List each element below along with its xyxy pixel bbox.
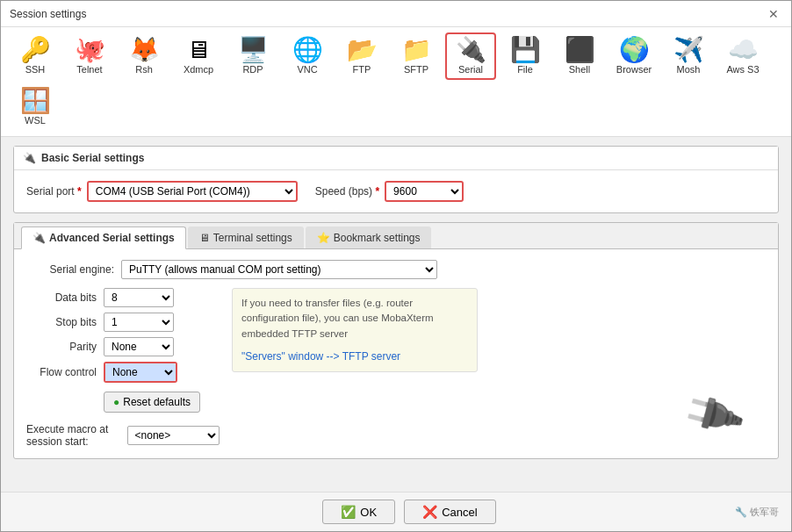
stop-bits-select[interactable]: 1 1.5 2	[104, 313, 174, 332]
cancel-button[interactable]: ❌ Cancel	[404, 500, 495, 524]
watermark: 🔧 铁军哥	[735, 506, 779, 519]
mosh-label: Mosh	[677, 64, 701, 75]
info-box: If you need to transfer files (e.g. rout…	[232, 288, 478, 372]
reset-label: Reset defaults	[123, 396, 191, 408]
basic-serial-body: Serial port * COM4 (USB Serial Port (COM…	[14, 170, 778, 212]
ok-button[interactable]: ✅ OK	[322, 500, 395, 524]
tab-bookmark-settings[interactable]: ⭐ Bookmark settings	[306, 226, 432, 248]
data-bits-select[interactable]: 8 5 6 7	[104, 288, 174, 307]
session-type-awss3[interactable]: ☁️ Aws S3	[717, 32, 768, 80]
ok-icon: ✅	[341, 505, 356, 519]
vnc-label: VNC	[297, 64, 317, 75]
bottom-buttons: ✅ OK ❌ Cancel	[83, 500, 735, 524]
advanced-serial-panel: 🔌 Advanced Serial settings 🖥 Terminal se…	[13, 222, 779, 459]
browser-icon: 🌍	[619, 38, 650, 62]
bottom-bar: ✅ OK ❌ Cancel 🔧 铁军哥	[1, 492, 791, 531]
serial-port-group: Serial port * COM4 (USB Serial Port (COM…	[26, 181, 298, 202]
session-type-xdmcp[interactable]: 🖥 Xdmcp	[173, 32, 224, 80]
reset-defaults-button[interactable]: ● Reset defaults	[104, 392, 200, 413]
session-type-rdp[interactable]: 🖥️ RDP	[227, 32, 278, 80]
awss3-label: Aws S3	[726, 64, 759, 75]
data-bits-label: Data bits	[26, 291, 97, 304]
speed-select[interactable]: 9600 1200 2400 4800 19200 38400 57600 11…	[385, 181, 464, 202]
session-type-ssh[interactable]: 🔑 SSH	[10, 32, 61, 80]
session-type-wsl[interactable]: 🪟 WSL	[10, 83, 61, 131]
connector-area: 🔌	[232, 390, 766, 439]
parity-label: Parity	[26, 341, 97, 353]
reset-icon: ●	[113, 396, 119, 408]
macro-select[interactable]: <none>	[127, 426, 220, 445]
tab-terminal-settings[interactable]: 🖥 Terminal settings	[188, 226, 304, 248]
session-type-file[interactable]: 💾 File	[500, 32, 551, 80]
window-title: Session settings	[10, 8, 86, 20]
serial-port-required: *	[77, 185, 82, 198]
parity-select[interactable]: None Even Odd Mark Space	[104, 337, 174, 356]
macro-row: Execute macro at session start: <none>	[26, 423, 220, 448]
engine-row: Serial engine: PuTTY (allows manual COM …	[26, 260, 766, 279]
speed-required: *	[375, 185, 379, 198]
rsh-icon: 🦊	[129, 38, 160, 62]
session-type-serial[interactable]: 🔌 Serial	[445, 32, 496, 80]
reset-area: ● Reset defaults	[104, 392, 220, 413]
watermark-text: 🔧 铁军哥	[735, 506, 779, 519]
tab-advanced-serial[interactable]: 🔌 Advanced Serial settings	[21, 226, 186, 249]
flow-control-select[interactable]: None XON/XOFF RTS/CTS DSR/DTR	[105, 363, 176, 381]
wsl-label: WSL	[25, 115, 46, 126]
advanced-content: Serial engine: PuTTY (allows manual COM …	[14, 249, 778, 458]
flow-control-label: Flow control	[26, 366, 97, 378]
session-type-shell[interactable]: ⬛ Shell	[554, 32, 605, 80]
info-link[interactable]: "Servers" window --> TFTP server	[241, 349, 468, 364]
session-type-toolbar: 🔑 SSH 🐙 Telnet 🦊 Rsh 🖥 Xdmcp 🖥️ RDP 🌐 VN…	[1, 27, 791, 137]
parity-row: Parity None Even Odd Mark Space	[26, 337, 220, 356]
advanced-two-col: Data bits 8 5 6 7 Stop bits 1	[26, 288, 766, 448]
session-type-telnet[interactable]: 🐙 Telnet	[64, 32, 115, 80]
telnet-label: Telnet	[76, 64, 102, 75]
title-bar: Session settings ✕	[1, 1, 791, 27]
mosh-icon: ✈️	[673, 38, 704, 62]
basic-form-row: Serial port * COM4 (USB Serial Port (COM…	[26, 181, 766, 202]
serial-port-select[interactable]: COM4 (USB Serial Port (COM4)) COM1 COM2 …	[87, 181, 298, 202]
main-content: 🔌 Basic Serial settings Serial port * CO…	[1, 137, 791, 492]
left-col: Data bits 8 5 6 7 Stop bits 1	[26, 288, 220, 448]
xdmcp-label: Xdmcp	[184, 64, 213, 75]
wsl-icon: 🪟	[20, 89, 51, 113]
rdp-label: RDP	[242, 64, 263, 75]
session-type-ftp[interactable]: 📂 FTP	[336, 32, 387, 80]
session-settings-window: Session settings ✕ 🔑 SSH 🐙 Telnet 🦊 Rsh …	[0, 0, 792, 532]
serial-icon: 🔌	[456, 38, 486, 62]
session-type-mosh[interactable]: ✈️ Mosh	[663, 32, 714, 80]
ftp-icon: 📂	[347, 38, 378, 62]
xdmcp-icon: 🖥	[186, 38, 211, 62]
shell-icon: ⬛	[565, 38, 595, 62]
data-bits-row: Data bits 8 5 6 7	[26, 288, 220, 307]
advanced-serial-tab-label: Advanced Serial settings	[49, 232, 175, 244]
serial-engine-select[interactable]: PuTTY (allows manual COM port setting) W…	[121, 260, 437, 279]
ftp-label: FTP	[353, 64, 371, 75]
ok-label: OK	[360, 506, 377, 519]
session-type-browser[interactable]: 🌍 Browser	[608, 32, 659, 80]
macro-label: Execute macro at session start:	[26, 423, 120, 448]
stop-bits-row: Stop bits 1 1.5 2	[26, 313, 220, 332]
close-button[interactable]: ✕	[765, 5, 782, 23]
advanced-tabs-bar: 🔌 Advanced Serial settings 🖥 Terminal se…	[14, 223, 778, 249]
bookmark-tab-label: Bookmark settings	[334, 232, 421, 244]
ssh-icon: 🔑	[20, 38, 51, 62]
info-text: If you need to transfer files (e.g. rout…	[241, 298, 434, 339]
session-type-sftp[interactable]: 📁 SFTP	[391, 32, 442, 80]
basic-serial-panel: 🔌 Basic Serial settings Serial port * CO…	[13, 146, 779, 213]
advanced-serial-tab-icon: 🔌	[32, 232, 46, 244]
sftp-label: SFTP	[404, 64, 428, 75]
session-type-vnc[interactable]: 🌐 VNC	[282, 32, 333, 80]
sftp-icon: 📁	[401, 38, 432, 62]
stop-bits-label: Stop bits	[26, 316, 97, 328]
vnc-icon: 🌐	[292, 38, 323, 62]
basic-serial-icon: 🔌	[23, 152, 36, 164]
bookmark-tab-icon: ⭐	[317, 232, 330, 244]
engine-label: Serial engine:	[26, 263, 114, 276]
file-label: File	[517, 64, 533, 75]
rdp-icon: 🖥️	[238, 38, 269, 62]
right-col: If you need to transfer files (e.g. rout…	[232, 288, 766, 448]
basic-serial-header: 🔌 Basic Serial settings	[14, 147, 778, 170]
terminal-tab-icon: 🖥	[199, 232, 210, 244]
session-type-rsh[interactable]: 🦊 Rsh	[119, 32, 169, 80]
